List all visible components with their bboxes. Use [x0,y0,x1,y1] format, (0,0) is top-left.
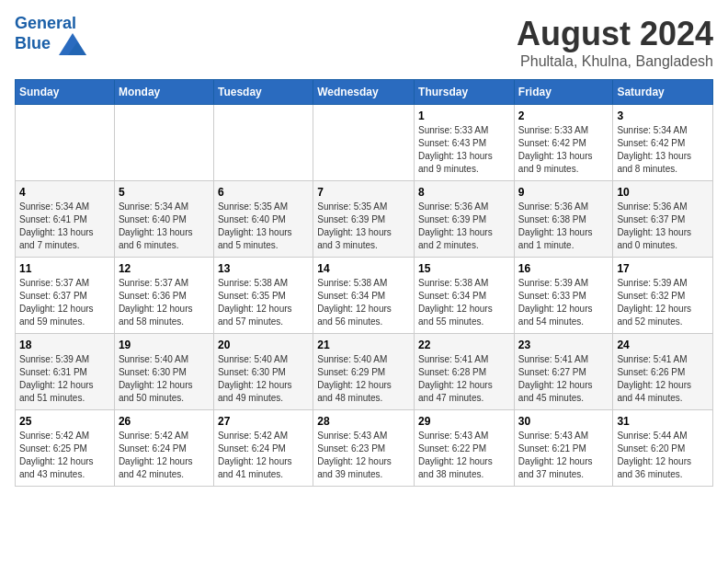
calendar-table: SundayMondayTuesdayWednesdayThursdayFrid… [15,79,713,487]
day-number: 5 [119,186,210,199]
day-info: Sunrise: 5:39 AM Sunset: 6:33 PM Dayligh… [518,277,609,328]
day-info: Sunrise: 5:36 AM Sunset: 6:39 PM Dayligh… [418,201,510,252]
day-number: 27 [218,415,309,428]
day-number: 30 [518,415,609,428]
subtitle: Phultala, Khulna, Bangladesh [517,53,713,70]
calendar-cell [114,105,213,181]
calendar-cell: 9Sunrise: 5:36 AM Sunset: 6:38 PM Daylig… [514,181,613,258]
day-info: Sunrise: 5:33 AM Sunset: 6:42 PM Dayligh… [518,124,609,176]
day-info: Sunrise: 5:42 AM Sunset: 6:24 PM Dayligh… [119,430,210,481]
week-row-1: 1Sunrise: 5:33 AM Sunset: 6:43 PM Daylig… [16,105,713,181]
day-info: Sunrise: 5:41 AM Sunset: 6:27 PM Dayligh… [518,353,609,405]
day-info: Sunrise: 5:38 AM Sunset: 6:34 PM Dayligh… [418,277,510,328]
day-number: 25 [19,415,110,428]
calendar-cell: 12Sunrise: 5:37 AM Sunset: 6:36 PM Dayli… [114,258,213,334]
calendar-cell: 30Sunrise: 5:43 AM Sunset: 6:21 PM Dayli… [514,410,613,487]
weekday-header-tuesday: Tuesday [213,80,313,105]
calendar-cell: 10Sunrise: 5:36 AM Sunset: 6:37 PM Dayli… [613,181,713,258]
weekday-header-row: SundayMondayTuesdayWednesdayThursdayFrid… [16,80,713,105]
calendar-cell: 16Sunrise: 5:39 AM Sunset: 6:33 PM Dayli… [514,258,613,334]
logo-text2: Blue [15,33,86,55]
day-number: 15 [418,262,510,275]
calendar-cell: 4Sunrise: 5:34 AM Sunset: 6:41 PM Daylig… [16,181,115,258]
day-info: Sunrise: 5:37 AM Sunset: 6:37 PM Dayligh… [19,277,110,328]
calendar-cell: 13Sunrise: 5:38 AM Sunset: 6:35 PM Dayli… [213,258,313,334]
day-info: Sunrise: 5:37 AM Sunset: 6:36 PM Dayligh… [119,277,210,328]
calendar-cell: 26Sunrise: 5:42 AM Sunset: 6:24 PM Dayli… [114,410,213,487]
calendar-cell: 28Sunrise: 5:43 AM Sunset: 6:23 PM Dayli… [313,410,415,487]
calendar-cell: 11Sunrise: 5:37 AM Sunset: 6:37 PM Dayli… [16,258,115,334]
calendar-cell: 20Sunrise: 5:40 AM Sunset: 6:30 PM Dayli… [213,334,313,410]
day-number: 18 [19,339,110,351]
calendar-cell: 18Sunrise: 5:39 AM Sunset: 6:31 PM Dayli… [16,334,115,410]
calendar-cell: 25Sunrise: 5:42 AM Sunset: 6:25 PM Dayli… [16,410,115,487]
day-info: Sunrise: 5:44 AM Sunset: 6:20 PM Dayligh… [617,430,709,481]
weekday-header-monday: Monday [114,80,213,105]
day-number: 23 [518,339,609,351]
day-number: 10 [617,186,709,199]
weekday-header-sunday: Sunday [16,80,115,105]
week-row-2: 4Sunrise: 5:34 AM Sunset: 6:41 PM Daylig… [16,181,713,258]
day-number: 31 [617,415,709,428]
day-info: Sunrise: 5:40 AM Sunset: 6:30 PM Dayligh… [119,353,210,405]
day-info: Sunrise: 5:41 AM Sunset: 6:26 PM Dayligh… [617,353,709,405]
day-info: Sunrise: 5:35 AM Sunset: 6:39 PM Dayligh… [317,201,410,252]
day-number: 24 [617,339,709,351]
logo-icon [59,33,86,55]
day-number: 4 [19,186,110,199]
week-row-4: 18Sunrise: 5:39 AM Sunset: 6:31 PM Dayli… [16,334,713,410]
day-number: 11 [19,262,110,275]
day-info: Sunrise: 5:43 AM Sunset: 6:22 PM Dayligh… [418,430,510,481]
day-number: 6 [218,186,309,199]
calendar-cell: 24Sunrise: 5:41 AM Sunset: 6:26 PM Dayli… [613,334,713,410]
calendar-cell: 19Sunrise: 5:40 AM Sunset: 6:30 PM Dayli… [114,334,213,410]
day-number: 12 [119,262,210,275]
day-number: 21 [317,339,410,351]
page-header: General Blue August 2024 Phultala, Khuln… [15,15,713,70]
day-info: Sunrise: 5:34 AM Sunset: 6:40 PM Dayligh… [119,201,210,252]
weekday-header-friday: Friday [514,80,613,105]
weekday-header-wednesday: Wednesday [313,80,415,105]
calendar-cell: 14Sunrise: 5:38 AM Sunset: 6:34 PM Dayli… [313,258,415,334]
day-info: Sunrise: 5:38 AM Sunset: 6:35 PM Dayligh… [218,277,309,328]
day-number: 20 [218,339,309,351]
day-info: Sunrise: 5:41 AM Sunset: 6:28 PM Dayligh… [418,353,510,405]
calendar-cell: 27Sunrise: 5:42 AM Sunset: 6:24 PM Dayli… [213,410,313,487]
day-number: 28 [317,415,410,428]
day-number: 22 [418,339,510,351]
calendar-cell: 8Sunrise: 5:36 AM Sunset: 6:39 PM Daylig… [415,181,515,258]
calendar-cell: 17Sunrise: 5:39 AM Sunset: 6:32 PM Dayli… [613,258,713,334]
day-info: Sunrise: 5:35 AM Sunset: 6:40 PM Dayligh… [218,201,309,252]
calendar-cell: 15Sunrise: 5:38 AM Sunset: 6:34 PM Dayli… [415,258,515,334]
day-number: 1 [418,109,510,122]
day-number: 13 [218,262,309,275]
main-title: August 2024 [517,15,713,53]
day-info: Sunrise: 5:40 AM Sunset: 6:30 PM Dayligh… [218,353,309,405]
day-number: 7 [317,186,410,199]
calendar-cell: 7Sunrise: 5:35 AM Sunset: 6:39 PM Daylig… [313,181,415,258]
calendar-cell: 22Sunrise: 5:41 AM Sunset: 6:28 PM Dayli… [415,334,515,410]
day-info: Sunrise: 5:42 AM Sunset: 6:24 PM Dayligh… [218,430,309,481]
day-info: Sunrise: 5:42 AM Sunset: 6:25 PM Dayligh… [19,430,110,481]
day-info: Sunrise: 5:39 AM Sunset: 6:32 PM Dayligh… [617,277,709,328]
day-number: 16 [518,262,609,275]
day-number: 26 [119,415,210,428]
calendar-cell: 29Sunrise: 5:43 AM Sunset: 6:22 PM Dayli… [415,410,515,487]
logo: General Blue [15,15,86,55]
day-info: Sunrise: 5:36 AM Sunset: 6:38 PM Dayligh… [518,201,609,252]
calendar-cell: 5Sunrise: 5:34 AM Sunset: 6:40 PM Daylig… [114,181,213,258]
calendar-cell: 23Sunrise: 5:41 AM Sunset: 6:27 PM Dayli… [514,334,613,410]
day-number: 29 [418,415,510,428]
calendar-cell: 2Sunrise: 5:33 AM Sunset: 6:42 PM Daylig… [514,105,613,181]
day-info: Sunrise: 5:40 AM Sunset: 6:29 PM Dayligh… [317,353,410,405]
day-number: 3 [617,109,709,122]
day-info: Sunrise: 5:36 AM Sunset: 6:37 PM Dayligh… [617,201,709,252]
calendar-cell: 3Sunrise: 5:34 AM Sunset: 6:42 PM Daylig… [613,105,713,181]
title-block: August 2024 Phultala, Khulna, Bangladesh [517,15,713,70]
calendar-cell [313,105,415,181]
calendar-cell [16,105,115,181]
weekday-header-thursday: Thursday [415,80,515,105]
day-info: Sunrise: 5:43 AM Sunset: 6:21 PM Dayligh… [518,430,609,481]
day-info: Sunrise: 5:38 AM Sunset: 6:34 PM Dayligh… [317,277,410,328]
day-number: 14 [317,262,410,275]
